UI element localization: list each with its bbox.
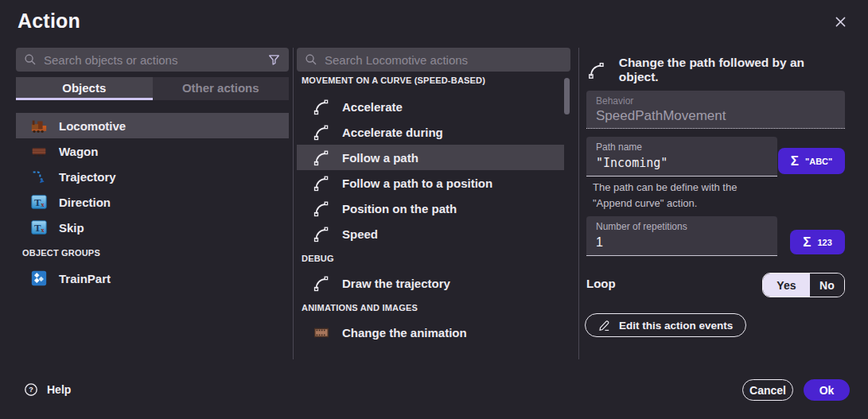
action-row-follow-a-path-to-a-position[interactable]: Follow a path to a position xyxy=(297,170,564,196)
tab-other-actions-label: Other actions xyxy=(182,81,259,95)
curve-action-icon xyxy=(311,122,332,142)
close-button[interactable] xyxy=(831,13,849,30)
action-label: Follow a path to a position xyxy=(342,177,492,190)
action-row-speed[interactable]: Speed xyxy=(297,221,564,246)
objects-list: Locomotive Wagon Trajectory Tx Direction… xyxy=(16,113,289,291)
action-label: Speed xyxy=(342,227,378,241)
curve-action-icon xyxy=(311,198,332,219)
sigma-icon: Σ xyxy=(803,235,811,250)
tab-other-actions[interactable]: Other actions xyxy=(153,77,290,100)
pencil-icon xyxy=(598,319,611,332)
action-description: Change the path followed by an object. xyxy=(619,56,845,84)
repetitions-field-value[interactable]: 1 xyxy=(596,235,768,250)
action-label: Follow a path xyxy=(342,151,418,165)
curve-action-icon xyxy=(311,173,332,193)
film-strip-icon xyxy=(311,322,332,343)
behavior-field: Behavior SpeedPathMovement xyxy=(586,91,845,129)
action-row-follow-a-path[interactable]: Follow a path xyxy=(297,145,564,170)
left-panel-tabs: Objects Other actions xyxy=(16,77,289,100)
behavior-field-value: SpeedPathMovement xyxy=(596,108,835,124)
object-row-trainpart[interactable]: TrainPart xyxy=(16,266,289,291)
tab-objects-label: Objects xyxy=(62,81,106,95)
objects-search-input[interactable] xyxy=(44,53,260,67)
action-row-position-on-the-path[interactable]: Position on the path xyxy=(297,196,564,221)
object-label: Trajectory xyxy=(59,170,116,184)
loop-row: Loop Yes No xyxy=(586,273,845,297)
action-row-accelerate[interactable]: Accelerate xyxy=(297,94,564,119)
loop-toggle: Yes No xyxy=(762,273,845,297)
loop-label: Loop xyxy=(586,277,616,290)
action-label: Change the animation xyxy=(342,326,467,339)
path-name-field-value[interactable]: "Incoming" xyxy=(596,156,768,170)
path-name-field-label: Path name xyxy=(596,142,768,153)
section-header-debug: DEBUG xyxy=(297,246,570,270)
edit-action-events-label: Edit this action events xyxy=(619,320,733,332)
action-dialog: Action Objects Other actions Locomotive … xyxy=(0,0,868,419)
actions-list: MOVEMENT ON A CURVE (SPEED-BASED) Accele… xyxy=(297,73,570,359)
panel-divider xyxy=(293,48,294,359)
text-object-icon: Tx xyxy=(29,218,49,237)
action-row-change-the-animation[interactable]: Change the animation xyxy=(297,320,564,345)
svg-text:T: T xyxy=(34,197,41,208)
action-row-accelerate-during[interactable]: Accelerate during xyxy=(297,119,564,145)
curve-action-icon xyxy=(586,60,607,80)
object-label: Locomotive xyxy=(59,119,126,133)
curve-action-icon xyxy=(311,223,332,244)
curve-action-icon xyxy=(311,147,332,168)
abc-label: "ABC" xyxy=(805,157,832,166)
string-expression-button[interactable]: Σ "ABC" xyxy=(778,148,845,174)
ok-button[interactable]: Ok xyxy=(804,379,850,401)
path-help-line-2: "Append curve" action. xyxy=(593,196,737,211)
action-label: Draw the trajectory xyxy=(342,277,450,290)
object-row-wagon[interactable]: Wagon xyxy=(16,138,289,164)
action-row-draw-the-trajectory[interactable]: Draw the trajectory xyxy=(297,270,564,296)
actions-search-bar[interactable] xyxy=(297,48,570,72)
object-groups-header: OBJECT GROUPS xyxy=(16,240,289,266)
svg-text:T: T xyxy=(34,223,41,234)
object-label: Wagon xyxy=(59,145,98,158)
actions-search-input[interactable] xyxy=(325,53,562,67)
action-label: Position on the path xyxy=(342,202,457,215)
curve-action-icon xyxy=(311,273,332,293)
action-description-row: Change the path followed by an object. xyxy=(586,56,845,84)
wagon-icon xyxy=(29,142,49,161)
123-label: 123 xyxy=(817,238,831,247)
tab-objects[interactable]: Objects xyxy=(16,77,153,100)
path-help-line-1: The path can be define with the xyxy=(593,180,737,196)
svg-text:?: ? xyxy=(29,386,33,394)
loop-no-button[interactable]: No xyxy=(810,274,844,297)
object-row-direction[interactable]: Tx Direction xyxy=(16,189,289,215)
object-row-trajectory[interactable]: Trajectory xyxy=(16,164,289,189)
text-object-icon: Tx xyxy=(29,192,49,211)
search-icon xyxy=(24,53,37,66)
behavior-field-label: Behavior xyxy=(596,95,835,107)
object-row-skip[interactable]: Tx Skip xyxy=(16,215,289,240)
objects-search-bar[interactable] xyxy=(16,48,289,72)
object-row-locomotive[interactable]: Locomotive xyxy=(16,113,289,138)
search-icon xyxy=(305,53,317,66)
panel-divider xyxy=(578,48,579,359)
locomotive-icon xyxy=(29,116,49,135)
action-label: Accelerate during xyxy=(342,126,443,139)
group-icon xyxy=(29,269,49,288)
trajectory-icon xyxy=(29,167,49,186)
object-label: TrainPart xyxy=(59,272,111,285)
repetitions-field[interactable]: Number of repetitions 1 xyxy=(586,216,777,256)
help-icon: ? xyxy=(24,382,38,397)
edit-action-events-button[interactable]: Edit this action events xyxy=(585,313,746,337)
help-button[interactable]: ? Help xyxy=(24,382,71,397)
help-label: Help xyxy=(47,383,71,396)
close-icon xyxy=(834,15,847,29)
scrollbar-thumb[interactable] xyxy=(564,78,570,114)
section-header-movement: MOVEMENT ON A CURVE (SPEED-BASED) xyxy=(297,73,570,94)
loop-yes-button[interactable]: Yes xyxy=(763,274,810,297)
number-expression-button[interactable]: Σ 123 xyxy=(790,230,845,254)
sigma-icon: Σ xyxy=(791,153,799,169)
dialog-title: Action xyxy=(18,10,80,33)
section-header-animations: ANIMATIONS AND IMAGES xyxy=(297,296,570,320)
path-name-field[interactable]: Path name "Incoming" xyxy=(586,137,777,177)
filter-icon[interactable] xyxy=(267,53,281,67)
object-label: Skip xyxy=(59,221,84,235)
cancel-button[interactable]: Cancel xyxy=(742,379,793,401)
curve-action-icon xyxy=(311,96,332,117)
